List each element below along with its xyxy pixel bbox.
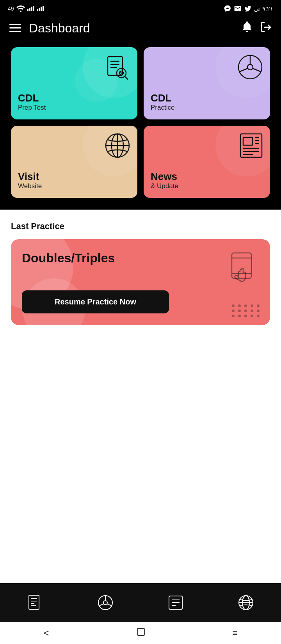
nav-prep-button[interactable] xyxy=(27,594,44,611)
globe-icon xyxy=(104,132,131,165)
logout-icon[interactable] xyxy=(261,22,272,35)
svg-rect-39 xyxy=(29,595,39,609)
last-practice-section: Last Practice Doubles/Triples Resume Pra… xyxy=(0,210,281,458)
svg-point-0 xyxy=(20,11,21,12)
dashboard-grid: CDL Prep Test CDL Practice xyxy=(0,43,281,210)
svg-rect-6 xyxy=(39,8,40,11)
cdl-prep-card[interactable]: CDL Prep Test xyxy=(11,47,137,119)
practice-card-icon xyxy=(228,251,259,292)
signal2-icon xyxy=(37,6,44,11)
wifi-icon xyxy=(16,5,25,12)
news-card[interactable]: News & Update xyxy=(144,126,270,198)
home-button[interactable] xyxy=(137,628,145,639)
last-practice-heading: Last Practice xyxy=(11,221,270,231)
svg-line-47 xyxy=(99,604,104,606)
practice-card-title: Doubles/Triples xyxy=(22,251,259,265)
svg-rect-2 xyxy=(29,8,30,11)
svg-rect-56 xyxy=(137,628,144,635)
time-display: ٩:٢١ ص xyxy=(254,5,273,12)
svg-line-48 xyxy=(107,604,112,606)
news-subtitle: & Update xyxy=(151,182,263,190)
app-header: Dashboard xyxy=(0,17,281,43)
menu-icon[interactable] xyxy=(9,22,21,35)
notification-icon[interactable] xyxy=(242,21,252,35)
svg-rect-5 xyxy=(37,9,38,11)
page-title: Dashboard xyxy=(29,21,90,36)
svg-rect-7 xyxy=(41,7,42,11)
status-bar: 49 ٩:٢١ ص xyxy=(0,0,281,17)
status-right: ٩:٢١ ص xyxy=(224,5,273,12)
gmail-icon xyxy=(234,5,242,12)
battery-indicator: 49 xyxy=(8,5,14,12)
svg-rect-8 xyxy=(43,6,44,11)
nav-list-button[interactable] xyxy=(167,594,184,611)
svg-rect-4 xyxy=(33,6,34,11)
cdl-prep-subtitle: Prep Test xyxy=(18,104,130,112)
cdl-practice-subtitle: Practice xyxy=(151,104,263,112)
nav-steering-button[interactable] xyxy=(97,594,114,611)
header-left: Dashboard xyxy=(9,21,90,36)
bottom-navigation xyxy=(0,583,281,622)
prep-icon xyxy=(102,53,131,88)
signal-icon xyxy=(27,6,34,11)
svg-rect-36 xyxy=(232,253,251,278)
svg-rect-9 xyxy=(9,24,21,25)
svg-rect-11 xyxy=(9,31,21,32)
white-spacer xyxy=(0,458,281,584)
svg-rect-10 xyxy=(9,27,21,28)
svg-point-45 xyxy=(103,601,107,605)
recents-button[interactable]: ≡ xyxy=(232,628,237,638)
news-icon xyxy=(238,132,264,165)
svg-point-20 xyxy=(247,64,253,70)
svg-rect-3 xyxy=(31,7,32,11)
back-button[interactable]: < xyxy=(44,628,49,639)
system-navigation: < ≡ xyxy=(0,622,281,644)
messenger-icon xyxy=(224,5,231,12)
visit-subtitle: Website xyxy=(18,182,130,190)
svg-rect-1 xyxy=(27,9,28,11)
svg-rect-29 xyxy=(243,137,253,145)
dots-decoration xyxy=(232,304,261,317)
resume-practice-button[interactable]: Resume Practice Now xyxy=(22,290,169,313)
header-icons xyxy=(242,21,272,35)
svg-rect-12 xyxy=(108,57,123,75)
cdl-practice-card[interactable]: CDL Practice xyxy=(144,47,270,119)
svg-line-17 xyxy=(125,76,128,80)
nav-globe-button[interactable] xyxy=(237,594,254,611)
twitter-icon xyxy=(244,5,252,12)
visit-website-card[interactable]: Visit Website xyxy=(11,126,137,198)
steering-wheel-icon xyxy=(237,53,264,86)
practice-card: Doubles/Triples Resume Practice Now xyxy=(11,239,270,325)
svg-line-22 xyxy=(239,68,248,72)
status-left: 49 xyxy=(8,5,44,12)
svg-line-23 xyxy=(253,68,261,72)
